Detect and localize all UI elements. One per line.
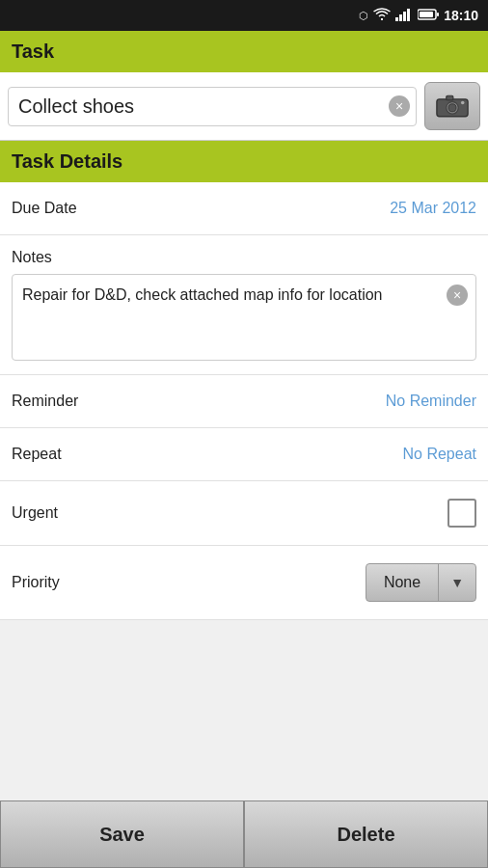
svg-rect-10 (447, 95, 453, 99)
svg-rect-6 (437, 13, 439, 16)
reminder-value: No Reminder (386, 393, 476, 410)
clear-notes-button[interactable]: × (447, 285, 468, 306)
urgent-checkbox[interactable] (447, 499, 476, 528)
camera-icon (436, 93, 469, 120)
notes-input-wrapper[interactable]: Repair for D&D, check attached map info … (12, 274, 476, 361)
svg-rect-1 (399, 14, 402, 21)
notes-label: Notes (12, 249, 476, 266)
task-header-label: Task (12, 41, 54, 62)
repeat-value: No Repeat (403, 446, 477, 463)
save-button[interactable]: Save (0, 800, 244, 868)
due-date-label: Due Date (12, 200, 77, 217)
status-bar: ⬡ 18:10 (0, 0, 488, 31)
wifi-icon (373, 8, 391, 23)
priority-row: Priority None ▼ (0, 546, 488, 620)
battery-icon (418, 9, 439, 22)
camera-button[interactable] (424, 82, 480, 130)
priority-dropdown-arrow-icon: ▼ (439, 565, 475, 600)
priority-label: Priority (12, 574, 60, 591)
clear-input-button[interactable]: × (389, 95, 410, 117)
notes-section: Notes Repair for D&D, check attached map… (0, 235, 488, 375)
svg-point-11 (461, 101, 465, 105)
status-time: 18:10 (444, 8, 478, 23)
task-input-area: Collect shoes × (0, 72, 488, 141)
repeat-row[interactable]: Repeat No Repeat (0, 428, 488, 481)
task-details-section: Due Date 25 Mar 2012 Notes Repair for D&… (0, 182, 488, 620)
due-date-value: 25 Mar 2012 (390, 200, 476, 217)
signal-icon: ⬡ (359, 10, 368, 22)
svg-rect-0 (395, 17, 398, 21)
urgent-row[interactable]: Urgent (0, 481, 488, 546)
task-input-value: Collect shoes (18, 95, 385, 118)
reminder-row[interactable]: Reminder No Reminder (0, 375, 488, 428)
delete-button[interactable]: Delete (244, 800, 488, 868)
task-details-header-label: Task Details (12, 150, 122, 172)
repeat-label: Repeat (12, 446, 62, 463)
bottom-buttons: Save Delete (0, 800, 488, 868)
svg-rect-5 (420, 12, 433, 17)
reminder-label: Reminder (12, 393, 78, 410)
svg-point-9 (448, 104, 456, 112)
task-input-wrapper[interactable]: Collect shoes × (8, 87, 417, 126)
priority-value: None (366, 564, 439, 601)
svg-rect-3 (407, 9, 410, 21)
due-date-row[interactable]: Due Date 25 Mar 2012 (0, 182, 488, 235)
status-icons: ⬡ 18:10 (359, 8, 478, 23)
task-details-section-header: Task Details (0, 141, 488, 182)
urgent-label: Urgent (12, 504, 58, 522)
priority-dropdown[interactable]: None ▼ (366, 563, 476, 602)
svg-rect-2 (403, 12, 406, 21)
notes-value: Repair for D&D, check attached map info … (22, 286, 383, 303)
task-section-header: Task (0, 31, 488, 72)
signal-bars-icon (395, 8, 413, 23)
